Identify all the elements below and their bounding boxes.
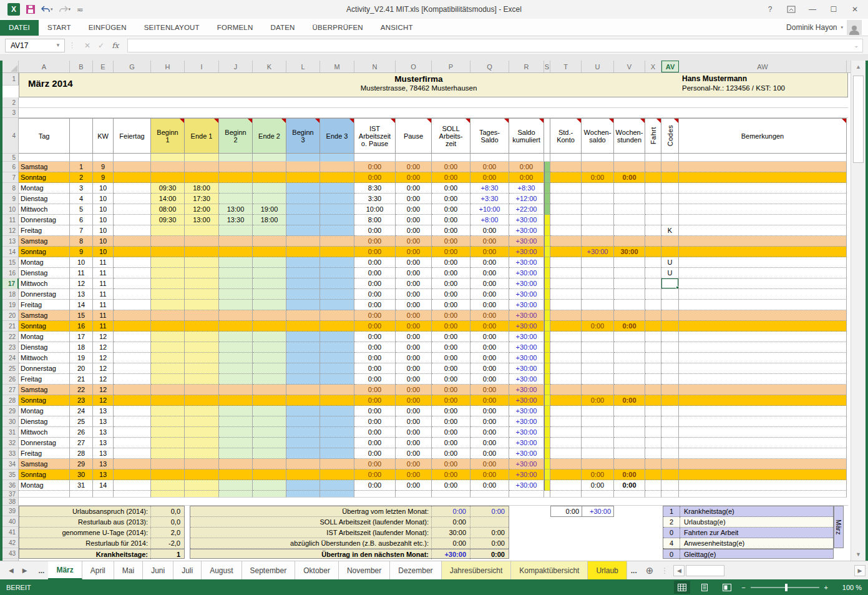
cell[interactable] bbox=[320, 385, 354, 395]
cell[interactable] bbox=[219, 236, 253, 247]
cell[interactable] bbox=[679, 406, 847, 416]
cell[interactable] bbox=[614, 353, 645, 363]
vertical-scroll-thumb[interactable] bbox=[853, 76, 864, 163]
cell[interactable] bbox=[679, 416, 847, 427]
cell[interactable]: 17 bbox=[70, 332, 93, 342]
cell[interactable] bbox=[185, 172, 219, 183]
cell[interactable] bbox=[645, 406, 661, 416]
cell[interactable] bbox=[219, 353, 253, 363]
cell[interactable] bbox=[645, 342, 661, 353]
cell[interactable] bbox=[645, 215, 661, 225]
cell[interactable] bbox=[219, 162, 253, 172]
cell[interactable] bbox=[185, 300, 219, 310]
cell[interactable] bbox=[253, 289, 286, 300]
cell[interactable] bbox=[550, 236, 582, 247]
ribbon-tab-seitenlayout[interactable]: SEITENLAYOUT bbox=[135, 20, 208, 36]
cell[interactable] bbox=[219, 194, 253, 204]
page-break-view-icon[interactable] bbox=[719, 581, 735, 594]
cell[interactable] bbox=[286, 183, 320, 194]
cell[interactable]: 0:00 bbox=[614, 321, 645, 332]
cell[interactable] bbox=[661, 183, 679, 194]
vertical-scrollbar[interactable]: ▲ ▼ bbox=[851, 61, 866, 561]
cell[interactable]: 0:00 bbox=[396, 438, 432, 448]
cell[interactable] bbox=[544, 395, 550, 406]
cell[interactable] bbox=[645, 289, 661, 300]
cell[interactable] bbox=[253, 183, 286, 194]
cell[interactable]: 0:00 bbox=[396, 427, 432, 438]
cell[interactable] bbox=[582, 236, 614, 247]
cell[interactable]: 0:00 bbox=[354, 342, 396, 353]
cell[interactable] bbox=[286, 215, 320, 225]
cell[interactable] bbox=[185, 438, 219, 448]
cell[interactable] bbox=[185, 427, 219, 438]
cell[interactable] bbox=[550, 278, 582, 289]
cell[interactable] bbox=[645, 183, 661, 194]
cell[interactable] bbox=[550, 204, 582, 215]
cell[interactable] bbox=[645, 300, 661, 310]
cell[interactable] bbox=[185, 310, 219, 321]
cell[interactable] bbox=[550, 342, 582, 353]
cell[interactable] bbox=[544, 374, 550, 385]
cell[interactable] bbox=[114, 204, 151, 215]
expand-formula-bar-icon[interactable]: ⌄ bbox=[854, 42, 859, 49]
cell[interactable]: +30:00 bbox=[582, 247, 614, 257]
cell[interactable]: 0:00 bbox=[432, 342, 471, 353]
cell[interactable]: 0:00 bbox=[432, 321, 471, 332]
sheet-tab-jahresübersicht[interactable]: Jahresübersicht bbox=[442, 561, 512, 579]
cell[interactable] bbox=[544, 459, 550, 470]
name-box[interactable]: AV17▼ bbox=[5, 39, 65, 52]
cell[interactable]: 0:00 bbox=[432, 204, 471, 215]
cell[interactable] bbox=[253, 406, 286, 416]
cell[interactable] bbox=[544, 470, 550, 480]
cell[interactable]: 0:00 bbox=[509, 162, 544, 172]
cell[interactable] bbox=[320, 321, 354, 332]
cell[interactable] bbox=[645, 321, 661, 332]
cell[interactable] bbox=[582, 438, 614, 448]
cell[interactable] bbox=[550, 300, 582, 310]
summary-value[interactable]: 0:00 bbox=[470, 538, 509, 548]
cell[interactable] bbox=[114, 438, 151, 448]
cell[interactable] bbox=[614, 215, 645, 225]
horizontal-scrollbar[interactable]: ◀ ▶ bbox=[671, 561, 868, 579]
cell[interactable] bbox=[544, 162, 550, 172]
cancel-entry-icon[interactable]: ✕ bbox=[84, 41, 90, 50]
table-header-bem[interactable]: Bemerkungen bbox=[679, 118, 847, 154]
cell[interactable]: 12 bbox=[93, 374, 114, 385]
cell[interactable] bbox=[661, 162, 679, 172]
column-header-Q[interactable]: Q bbox=[471, 61, 509, 72]
cell[interactable] bbox=[219, 438, 253, 448]
tab-scroll-left-icon[interactable]: ◀ bbox=[9, 567, 14, 574]
zoom-slider-thumb[interactable] bbox=[785, 584, 788, 591]
cell[interactable] bbox=[219, 183, 253, 194]
cell[interactable] bbox=[219, 427, 253, 438]
cell[interactable] bbox=[219, 491, 253, 498]
cell[interactable]: Sonntag bbox=[19, 247, 70, 257]
cell[interactable] bbox=[151, 172, 185, 183]
cell[interactable] bbox=[679, 204, 847, 215]
cell[interactable]: 0:00 bbox=[432, 257, 471, 268]
cell[interactable]: 10 bbox=[70, 257, 93, 268]
cell[interactable]: 0:00 bbox=[354, 353, 396, 363]
cell[interactable]: 0:00 bbox=[396, 395, 432, 406]
cell[interactable] bbox=[544, 310, 550, 321]
cell[interactable]: 0:00 bbox=[432, 215, 471, 225]
cell[interactable]: U bbox=[661, 257, 679, 268]
cell[interactable]: 0:00 bbox=[396, 406, 432, 416]
ribbon-tab-überprüfen[interactable]: ÜBERPRÜFEN bbox=[304, 20, 372, 36]
cell[interactable] bbox=[185, 332, 219, 342]
cell[interactable] bbox=[286, 278, 320, 289]
cell[interactable]: 0:00 bbox=[396, 247, 432, 257]
cell[interactable] bbox=[544, 225, 550, 236]
cell[interactable] bbox=[185, 225, 219, 236]
cell[interactable]: 0:00 bbox=[432, 236, 471, 247]
cell[interactable] bbox=[544, 236, 550, 247]
cell[interactable] bbox=[253, 194, 286, 204]
table-header-ts[interactable]: Tages- Saldo bbox=[471, 118, 509, 154]
cell[interactable] bbox=[185, 321, 219, 332]
cell[interactable]: 0:00 bbox=[582, 172, 614, 183]
cell[interactable]: +30:00 bbox=[509, 321, 544, 332]
cell[interactable] bbox=[614, 374, 645, 385]
cell[interactable] bbox=[550, 448, 582, 459]
cell[interactable]: Donnerstag bbox=[19, 215, 70, 225]
cell[interactable]: +30:00 bbox=[509, 395, 544, 406]
